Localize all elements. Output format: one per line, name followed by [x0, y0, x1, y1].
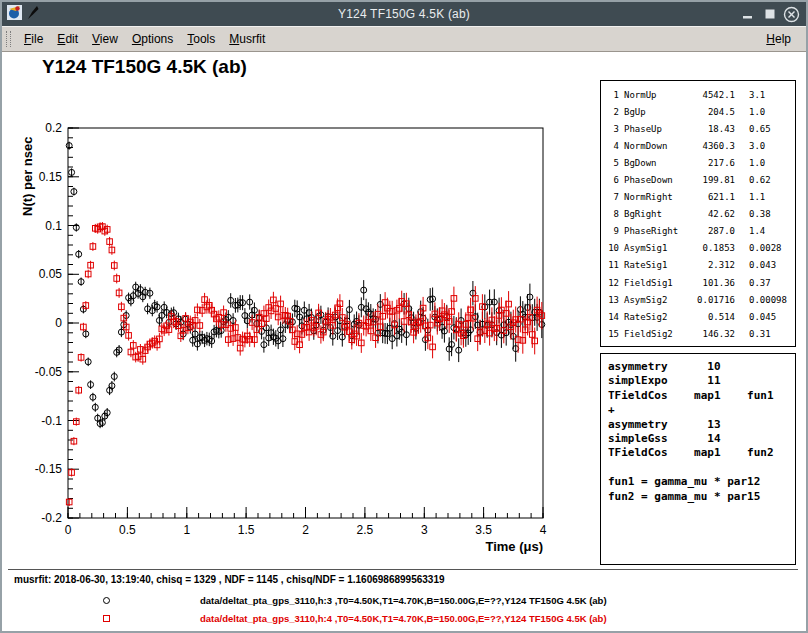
menu-item-musrfit[interactable]: Musrfit: [222, 27, 272, 51]
param-value: 4542.1: [695, 90, 735, 100]
theory-box: asymmetry 10 simplExpo 11 TFieldCos map1…: [600, 353, 796, 565]
maximize-button[interactable]: [761, 6, 778, 23]
param-error: 0.65: [735, 124, 795, 134]
param-name: AsymSig1: [619, 243, 695, 253]
fit-parameters-rows: 1NormUp4542.13.12BgUp204.51.03PhaseUp18.…: [601, 86, 795, 342]
param-error: 1.4: [735, 226, 795, 236]
svg-text:-0.2: -0.2: [41, 511, 62, 525]
param-error: 0.31: [735, 329, 795, 339]
param-value: 621.1: [695, 192, 735, 202]
param-value: 204.5: [695, 107, 735, 117]
legend-text: data/deltat_pta_gps_3110,h:4 ,T0=4.50K,T…: [200, 613, 607, 624]
param-number: 2: [605, 107, 619, 117]
legend-item: data/deltat_pta_gps_3110,h:3 ,T0=4.50K,T…: [2, 592, 806, 610]
minimize-button[interactable]: [739, 6, 756, 23]
param-number: 12: [605, 278, 619, 288]
param-error: 0.00098: [735, 295, 795, 305]
param-row: 8BgRight42.620.38: [601, 206, 795, 223]
open-circle-marker-icon: [103, 597, 110, 604]
menu-item-tools[interactable]: Tools: [180, 27, 222, 51]
menu-item-view[interactable]: View: [85, 27, 125, 51]
menu-item-options[interactable]: Options: [125, 27, 180, 51]
param-number: 9: [605, 226, 619, 236]
legend-text: data/deltat_pta_gps_3110,h:3 ,T0=4.50K,T…: [200, 595, 607, 606]
param-error: 0.0028: [735, 243, 795, 253]
param-number: 7: [605, 192, 619, 202]
param-error: 1.0: [735, 107, 795, 117]
close-button[interactable]: [783, 6, 800, 23]
param-number: 5: [605, 158, 619, 168]
param-value: 0.514: [695, 312, 735, 322]
menu-drag-handle[interactable]: [6, 31, 11, 47]
app-window: Y124 TF150G 4.5K (ab) FileEditViewOption…: [0, 0, 808, 633]
legend: data/deltat_pta_gps_3110,h:3 ,T0=4.50K,T…: [2, 592, 806, 628]
param-error: 1.1: [735, 192, 795, 202]
param-error: 0.62: [735, 175, 795, 185]
plot-area[interactable]: 00.511.522.533.54-0.2-0.15-0.1-0.0500.05…: [2, 52, 602, 572]
param-number: 3: [605, 124, 619, 134]
param-error: 0.38: [735, 209, 795, 219]
param-error: 0.045: [735, 312, 795, 322]
param-error: 0.37: [735, 278, 795, 288]
menu-items: FileEditViewOptionsToolsMusrfit: [17, 27, 272, 51]
open-square-marker-icon: [103, 615, 110, 622]
param-row: 12FieldSig1101.360.37: [601, 274, 795, 291]
param-number: 4: [605, 141, 619, 151]
param-number: 11: [605, 260, 619, 270]
param-number: 13: [605, 295, 619, 305]
param-row: 14RateSig20.5140.045: [601, 308, 795, 325]
window-title: Y124 TF150G 4.5K (ab): [2, 7, 806, 21]
param-error: 1.0: [735, 158, 795, 168]
param-name: PhaseUp: [619, 124, 695, 134]
param-number: 14: [605, 312, 619, 322]
menu-item-edit[interactable]: Edit: [50, 27, 85, 51]
param-name: FieldSig2: [619, 329, 695, 339]
param-number: 15: [605, 329, 619, 339]
param-value: 0.1853: [695, 243, 735, 253]
svg-text:0: 0: [65, 523, 72, 537]
title-bar: Y124 TF150G 4.5K (ab): [2, 2, 806, 26]
menu-bar: FileEditViewOptionsToolsMusrfit Help: [2, 26, 806, 52]
menu-item-help[interactable]: Help: [759, 27, 798, 51]
menu-item-file[interactable]: File: [17, 27, 50, 51]
series-h3: [66, 142, 545, 429]
param-value: 101.36: [695, 278, 735, 288]
param-row: 13AsymSig20.017160.00098: [601, 291, 795, 308]
param-error: 3.0: [735, 141, 795, 151]
param-name: NormRight: [619, 192, 695, 202]
param-name: BgUp: [619, 107, 695, 117]
param-name: PhaseRight: [619, 226, 695, 236]
param-name: NormDown: [619, 141, 695, 151]
svg-text:0.1: 0.1: [45, 219, 62, 233]
svg-text:0.2: 0.2: [45, 121, 62, 135]
param-row: 10AsymSig10.18530.0028: [601, 240, 795, 257]
svg-text:N(t) per nsec: N(t) per nsec: [20, 137, 35, 216]
svg-text:2.5: 2.5: [357, 523, 374, 537]
svg-text:3.5: 3.5: [475, 523, 492, 537]
param-value: 217.6: [695, 158, 735, 168]
root-app-icon[interactable]: [7, 5, 22, 24]
svg-text:0.5: 0.5: [119, 523, 136, 537]
svg-text:-0.1: -0.1: [41, 414, 62, 428]
param-row: 6PhaseDown199.810.62: [601, 171, 795, 188]
param-row: 1NormUp4542.13.1: [601, 86, 795, 103]
param-value: 199.81: [695, 175, 735, 185]
menu-items-right: Help: [759, 27, 798, 51]
param-name: BgRight: [619, 209, 695, 219]
param-name: PhaseDown: [619, 175, 695, 185]
param-number: 10: [605, 243, 619, 253]
param-name: FieldSig1: [619, 278, 695, 288]
svg-text:1: 1: [183, 523, 190, 537]
param-row: 11RateSig12.3120.043: [601, 257, 795, 274]
pin-icon[interactable]: [26, 5, 39, 24]
info-divider: [8, 569, 798, 570]
param-row: 4NormDown4360.33.0: [601, 137, 795, 154]
param-row: 5BgDown217.61.0: [601, 154, 795, 171]
param-row: 15FieldSig2146.320.31: [601, 325, 795, 342]
fit-parameters-box: 1NormUp4542.13.12BgUp204.51.03PhaseUp18.…: [600, 80, 796, 347]
param-name: NormUp: [619, 90, 695, 100]
svg-text:3: 3: [421, 523, 428, 537]
legend-item: data/deltat_pta_gps_3110,h:4 ,T0=4.50K,T…: [2, 610, 806, 628]
svg-text:-0.15: -0.15: [35, 462, 63, 476]
theory-text: asymmetry 10 simplExpo 11 TFieldCos map1…: [608, 360, 795, 504]
